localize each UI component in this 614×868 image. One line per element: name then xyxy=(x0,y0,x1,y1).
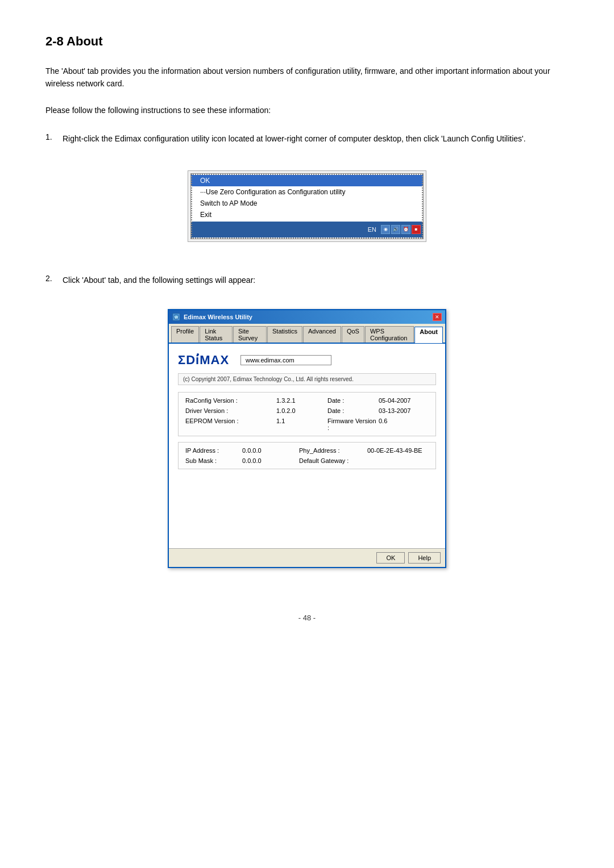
firmware-label: Firmware Version : xyxy=(327,418,379,431)
raconfig-date-value: 05-04-2007 xyxy=(379,397,410,404)
tab-about[interactable]: About xyxy=(414,327,443,343)
edimax-window: W Edimax Wireless Utility ✕ Profile Link… xyxy=(168,309,446,568)
raconfig-value: 1.3.2.1 xyxy=(276,397,327,404)
driver-value: 1.0.2.0 xyxy=(276,407,327,414)
taskbar-icon-4: ■ xyxy=(412,225,421,234)
raconfig-row: RaConfig Version : 1.3.2.1 Date : 05-04-… xyxy=(185,397,429,404)
version-info-section: RaConfig Version : 1.3.2.1 Date : 05-04-… xyxy=(178,392,436,436)
window-body: ΣDiMAX www.edimax.com (c) Copyright 2007… xyxy=(169,344,445,548)
cm-item-launch: OK xyxy=(191,175,423,186)
tab-advanced[interactable]: Advanced xyxy=(303,326,341,343)
raconfig-label: RaConfig Version : xyxy=(185,397,276,404)
raconfig-date-label: Date : xyxy=(327,397,379,404)
firmware-value: 0.6 xyxy=(379,418,387,431)
gateway-label: Default Gateway : xyxy=(299,457,356,464)
window-titlebar: W Edimax Wireless Utility ✕ xyxy=(169,310,445,324)
help-button[interactable]: Help xyxy=(408,552,441,564)
tab-site-survey[interactable]: Site Survey xyxy=(233,326,267,343)
eeprom-value: 1.1 xyxy=(276,418,327,431)
phy-label: Phy_Address : xyxy=(299,447,356,454)
ip-label: IP Address : xyxy=(185,447,231,454)
phy-value: 00-0E-2E-43-49-BE xyxy=(367,447,422,454)
logo-row: ΣDiMAX www.edimax.com xyxy=(178,353,436,368)
network-info-section: IP Address : 0.0.0.0 Phy_Address : 00-0E… xyxy=(178,442,436,469)
intro-paragraph: The 'About' tab provides you the informa… xyxy=(45,65,569,90)
taskbar-icon-3: ⏰ xyxy=(401,225,410,234)
taskbar-icons: ◉ 🔊 ⏰ ■ xyxy=(381,225,421,234)
page-title: 2-8 About xyxy=(45,34,569,49)
window-title: Edimax Wireless Utility xyxy=(184,314,252,320)
subnet-row: Sub Mask : 0.0.0.0 Default Gateway : xyxy=(185,457,429,464)
taskbar: EN ◉ 🔊 ⏰ ■ xyxy=(191,222,423,237)
ip-value: 0.0.0.0 xyxy=(242,447,288,454)
ok-button[interactable]: OK xyxy=(376,552,405,564)
taskbar-text: EN xyxy=(368,226,376,233)
eeprom-label: EEPROM Version : xyxy=(185,418,276,431)
instruction-text: Please follow the following instructions… xyxy=(45,104,569,116)
subnet-value: 0.0.0.0 xyxy=(242,457,288,464)
driver-label: Driver Version : xyxy=(185,407,276,414)
cm-item-ap-mode: Switch to AP Mode xyxy=(191,198,423,209)
driver-date-label: Date : xyxy=(327,407,379,414)
tab-link-status[interactable]: Link Status xyxy=(200,326,233,343)
copyright-text: (c) Copyright 2007, Edimax Technology Co… xyxy=(178,373,436,385)
page-number: - 48 - xyxy=(45,614,569,622)
cm-item-zero-config: ···Use Zero Configuration as Configurati… xyxy=(191,186,423,198)
edimax-logo: ΣDiMAX xyxy=(178,353,229,368)
context-menu-screenshot: OK ···Use Zero Configuration as Configur… xyxy=(188,170,426,242)
step-2: 2. Click 'About' tab, and the following … xyxy=(45,274,569,579)
tab-statistics[interactable]: Statistics xyxy=(267,326,302,343)
ip-row: IP Address : 0.0.0.0 Phy_Address : 00-0E… xyxy=(185,447,429,454)
empty-area xyxy=(178,475,436,532)
url-box: www.edimax.com xyxy=(240,355,331,365)
tab-wps-configuration[interactable]: WPS Configuration xyxy=(365,326,414,343)
driver-row: Driver Version : 1.0.2.0 Date : 03-13-20… xyxy=(185,407,429,414)
window-footer: OK Help xyxy=(169,548,445,567)
step-1-text: Right-click the Edimax configuration uti… xyxy=(63,132,526,145)
tab-profile[interactable]: Profile xyxy=(171,326,199,343)
step-2-text: Click 'About' tab, and the following set… xyxy=(63,274,255,286)
tab-qos[interactable]: QoS xyxy=(342,326,364,343)
titlebar-left: W Edimax Wireless Utility xyxy=(172,313,252,321)
taskbar-icon-2: 🔊 xyxy=(391,225,400,234)
svg-text:W: W xyxy=(175,315,179,319)
subnet-label: Sub Mask : xyxy=(185,457,231,464)
tab-bar: Profile Link Status Site Survey Statisti… xyxy=(169,324,445,344)
taskbar-icon-1: ◉ xyxy=(381,225,390,234)
cm-item-exit: Exit xyxy=(191,209,423,220)
step-2-number: 2. xyxy=(45,274,57,286)
window-icon: W xyxy=(172,313,180,321)
driver-date-value: 03-13-2007 xyxy=(379,407,410,414)
eeprom-row: EEPROM Version : 1.1 Firmware Version : … xyxy=(185,418,429,431)
window-close-button[interactable]: ✕ xyxy=(433,313,442,321)
step-1: 1. Right-click the Edimax configuration … xyxy=(45,132,569,253)
step-1-number: 1. xyxy=(45,132,57,145)
